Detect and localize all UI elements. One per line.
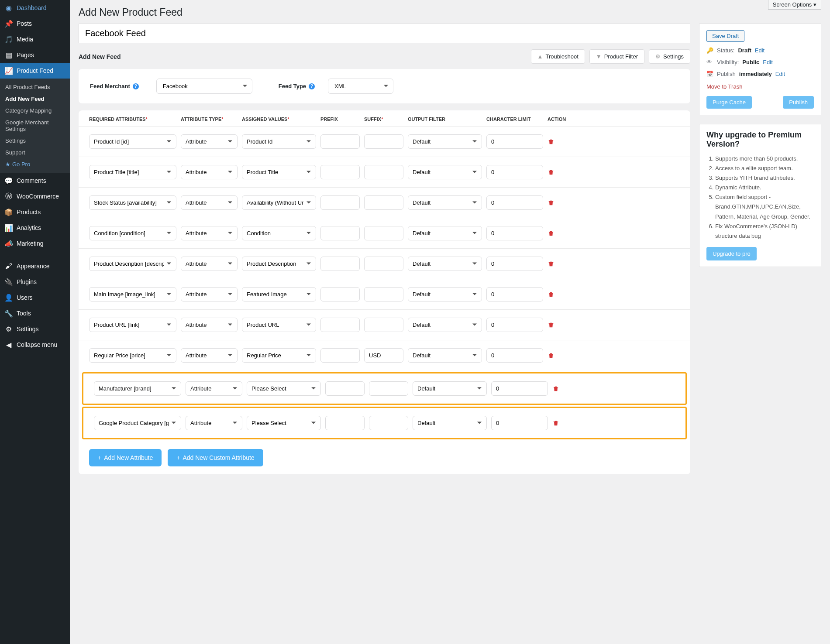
sidebar-item-marketing[interactable]: 📣Marketing bbox=[0, 236, 70, 251]
delete-row-button[interactable] bbox=[548, 199, 578, 206]
delete-row-button[interactable] bbox=[548, 169, 578, 176]
assigned-value-select[interactable]: Product Title bbox=[242, 165, 316, 179]
suffix-input[interactable] bbox=[364, 318, 403, 332]
prefix-input[interactable] bbox=[320, 195, 360, 210]
assigned-value-select[interactable]: Availability (Without Underscore) bbox=[242, 195, 316, 210]
char-limit-input[interactable] bbox=[486, 348, 543, 363]
prefix-input[interactable] bbox=[325, 381, 365, 396]
required-attribute-select[interactable]: Manufacturer [brand] bbox=[94, 381, 181, 396]
delete-row-button[interactable] bbox=[552, 385, 583, 392]
output-filter-select[interactable]: Default bbox=[408, 134, 482, 149]
assigned-value-select[interactable]: Featured Image bbox=[242, 287, 316, 301]
attribute-type-select[interactable]: Attribute bbox=[181, 165, 238, 179]
suffix-input[interactable] bbox=[364, 165, 403, 179]
submenu-settings[interactable]: Settings bbox=[0, 135, 70, 147]
sidebar-item-woo[interactable]: ⓦWooCommerce bbox=[0, 188, 70, 204]
submenu-google[interactable]: Google Merchant Settings bbox=[0, 116, 70, 135]
assigned-value-select[interactable]: Regular Price bbox=[242, 348, 316, 363]
screen-options-tab[interactable]: Screen Options ▾ bbox=[768, 0, 821, 10]
assigned-value-select[interactable]: Please Select bbox=[247, 416, 321, 430]
output-filter-select[interactable]: Default bbox=[413, 381, 487, 396]
product-filter-button[interactable]: ▼Product Filter bbox=[589, 49, 644, 64]
upgrade-to-pro-button[interactable]: Upgrade to pro bbox=[706, 247, 757, 260]
assigned-value-select[interactable]: Product Id bbox=[242, 134, 316, 149]
troubleshoot-button[interactable]: ▲Troubleshoot bbox=[531, 49, 585, 64]
edit-status-link[interactable]: Edit bbox=[755, 47, 765, 54]
assigned-value-select[interactable]: Product URL bbox=[242, 318, 316, 332]
suffix-input[interactable] bbox=[364, 195, 403, 210]
char-limit-input[interactable] bbox=[486, 165, 543, 179]
submenu-all-feeds[interactable]: All Product Feeds bbox=[0, 81, 70, 93]
prefix-input[interactable] bbox=[320, 257, 360, 271]
required-attribute-select[interactable]: Condition [condition] bbox=[89, 226, 176, 240]
add-custom-attribute-button[interactable]: +Add New Custom Attribute bbox=[168, 449, 263, 466]
sidebar-item-analytics[interactable]: 📊Analytics bbox=[0, 220, 70, 236]
attribute-type-select[interactable]: Attribute bbox=[181, 348, 238, 363]
delete-row-button[interactable] bbox=[548, 260, 578, 267]
attribute-type-select[interactable]: Attribute bbox=[181, 195, 238, 210]
attribute-type-select[interactable]: Attribute bbox=[181, 287, 238, 301]
prefix-input[interactable] bbox=[325, 416, 365, 430]
prefix-input[interactable] bbox=[320, 287, 360, 301]
save-draft-button[interactable]: Save Draft bbox=[706, 30, 744, 42]
assigned-value-select[interactable]: Condition bbox=[242, 226, 316, 240]
suffix-input[interactable] bbox=[364, 287, 403, 301]
output-filter-select[interactable]: Default bbox=[408, 257, 482, 271]
submenu-support[interactable]: Support bbox=[0, 147, 70, 158]
sidebar-item-products[interactable]: 📦Products bbox=[0, 204, 70, 220]
required-attribute-select[interactable]: Stock Status [availability] bbox=[89, 195, 176, 210]
char-limit-input[interactable] bbox=[491, 416, 548, 430]
required-attribute-select[interactable]: Product Title [title] bbox=[89, 165, 176, 179]
sidebar-item-users[interactable]: 👤Users bbox=[0, 290, 70, 305]
char-limit-input[interactable] bbox=[486, 134, 543, 149]
sidebar-item-dashboard[interactable]: ◉Dashboard bbox=[0, 0, 70, 16]
add-attribute-button[interactable]: +Add New Attribute bbox=[89, 449, 162, 466]
prefix-input[interactable] bbox=[320, 134, 360, 149]
attribute-type-select[interactable]: Attribute bbox=[181, 226, 238, 240]
prefix-input[interactable] bbox=[320, 226, 360, 240]
delete-row-button[interactable] bbox=[548, 352, 578, 359]
sidebar-item-media[interactable]: 🎵Media bbox=[0, 31, 70, 47]
submenu-add-new[interactable]: Add New Feed bbox=[0, 93, 70, 105]
required-attribute-select[interactable]: Google Product Category [google_product_… bbox=[94, 416, 181, 430]
delete-row-button[interactable] bbox=[548, 230, 578, 237]
publish-button[interactable]: Publish bbox=[783, 96, 814, 109]
attribute-type-select[interactable]: Attribute bbox=[186, 381, 242, 396]
sidebar-item-tools[interactable]: 🔧Tools bbox=[0, 305, 70, 321]
sidebar-item-plugins[interactable]: 🔌Plugins bbox=[0, 274, 70, 290]
help-icon[interactable]: ? bbox=[133, 83, 139, 89]
delete-row-button[interactable] bbox=[548, 291, 578, 298]
attribute-type-select[interactable]: Attribute bbox=[186, 416, 242, 430]
assigned-value-select[interactable]: Please Select bbox=[247, 381, 321, 396]
submenu-gopro[interactable]: ★Go Pro bbox=[0, 158, 70, 170]
settings-button[interactable]: ⚙Settings bbox=[649, 49, 690, 64]
suffix-input[interactable] bbox=[364, 134, 403, 149]
feed-merchant-select[interactable]: Facebook bbox=[156, 79, 252, 94]
char-limit-input[interactable] bbox=[486, 195, 543, 210]
delete-row-button[interactable] bbox=[548, 138, 578, 145]
suffix-input[interactable] bbox=[364, 348, 403, 363]
attribute-type-select[interactable]: Attribute bbox=[181, 257, 238, 271]
suffix-input[interactable] bbox=[369, 381, 408, 396]
help-icon[interactable]: ? bbox=[309, 83, 315, 89]
edit-visibility-link[interactable]: Edit bbox=[763, 59, 772, 65]
sidebar-item-pages[interactable]: ▤Pages bbox=[0, 47, 70, 63]
sidebar-item-posts[interactable]: 📌Posts bbox=[0, 16, 70, 31]
required-attribute-select[interactable]: Regular Price [price] bbox=[89, 348, 176, 363]
output-filter-select[interactable]: Default bbox=[413, 416, 487, 430]
required-attribute-select[interactable]: Product Id [id] bbox=[89, 134, 176, 149]
prefix-input[interactable] bbox=[320, 348, 360, 363]
feed-type-select[interactable]: XML bbox=[328, 79, 393, 94]
sidebar-item-collapse[interactable]: ◀Collapse menu bbox=[0, 337, 70, 353]
output-filter-select[interactable]: Default bbox=[408, 195, 482, 210]
delete-row-button[interactable] bbox=[552, 420, 583, 427]
char-limit-input[interactable] bbox=[491, 381, 548, 396]
sidebar-item-comments[interactable]: 💬Comments bbox=[0, 173, 70, 188]
feed-title-input[interactable] bbox=[79, 24, 690, 43]
assigned-value-select[interactable]: Product Description bbox=[242, 257, 316, 271]
delete-row-button[interactable] bbox=[548, 322, 578, 329]
attribute-type-select[interactable]: Attribute bbox=[181, 318, 238, 332]
sidebar-item-settings[interactable]: ⚙Settings bbox=[0, 321, 70, 337]
move-to-trash-link[interactable]: Move to Trash bbox=[706, 83, 742, 90]
char-limit-input[interactable] bbox=[486, 318, 543, 332]
